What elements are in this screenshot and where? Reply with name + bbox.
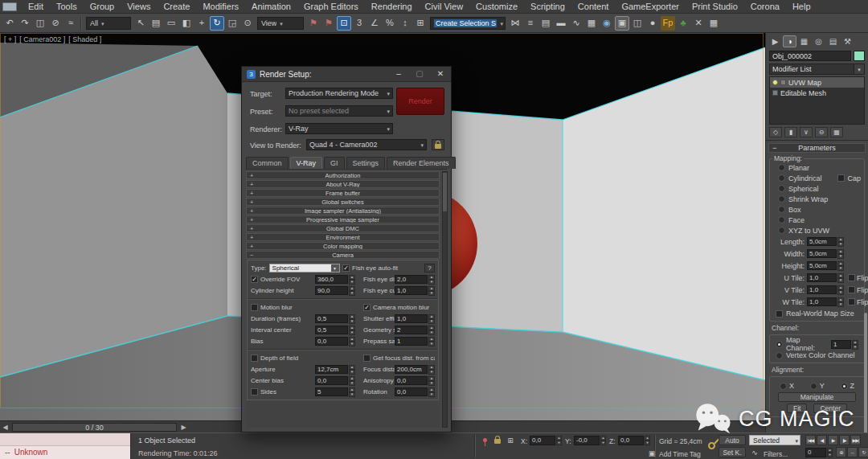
rollout-header[interactable]: Global DMC	[246, 224, 440, 232]
z-coord-field[interactable]: 0,0▲▼	[618, 436, 650, 445]
layer-manager-icon[interactable]: ▤	[538, 16, 553, 31]
u-flip-checkbox[interactable]: Flip	[848, 274, 868, 282]
y-coord-field[interactable]: -0,0▲▼	[574, 436, 606, 445]
sides-checkbox[interactable]	[251, 388, 258, 395]
time-slider-next-icon[interactable]: ▶	[178, 424, 189, 431]
listener-line-2[interactable]: --Unknown	[0, 446, 130, 459]
use-pivot-center-icon[interactable]: ⊙	[240, 16, 255, 31]
align-icon[interactable]: ≡	[523, 16, 538, 31]
width-field[interactable]: 5,0cm	[807, 249, 844, 258]
radio-icon[interactable]	[780, 383, 787, 390]
stack-item-editable-mesh[interactable]: Editable Mesh	[770, 88, 864, 98]
radio-shrink-wrap[interactable]: Shrink Wrap	[772, 194, 862, 204]
override-fov-field[interactable]: 360,0	[315, 275, 355, 284]
tab-create[interactable]: ▶	[768, 35, 782, 47]
unlink-selection-icon[interactable]: ⊘	[48, 16, 63, 31]
real-world-map-size-checkbox[interactable]: Real-World Map Size	[772, 308, 862, 319]
plugin-tools-icon[interactable]: ✕	[691, 16, 706, 31]
time-slider[interactable]: 0 / 30	[12, 423, 177, 432]
target-dropdown[interactable]: Production Rendering Mode	[285, 88, 393, 99]
menu-item[interactable]: Help	[786, 0, 817, 13]
rotation-field[interactable]: 0,0	[395, 387, 435, 396]
x-coord-field[interactable]: 0,0▲▼	[530, 436, 562, 445]
fish-eye-auto-fit-checkbox[interactable]	[342, 264, 350, 272]
height-field[interactable]: 5,0cm	[807, 261, 844, 270]
fish-eye-dist-field[interactable]: 2,0	[395, 275, 435, 284]
tab-common[interactable]: Common	[246, 157, 289, 169]
manipulate-button[interactable]: Manipulate	[778, 392, 856, 402]
menu-item[interactable]: Tools	[50, 0, 84, 13]
curve-editor-icon[interactable]: ∿	[569, 16, 583, 31]
depth-of-field-checkbox[interactable]	[251, 354, 258, 362]
radio-icon[interactable]	[778, 227, 785, 234]
shutter-efficiency-field[interactable]: 1,0	[395, 314, 435, 323]
radio-face[interactable]: Face	[772, 215, 862, 225]
tab-display[interactable]: ▤	[826, 35, 840, 47]
close-icon[interactable]	[430, 67, 451, 81]
stack-item-uvw-map[interactable]: UVW Map	[770, 77, 864, 88]
radio-icon[interactable]	[778, 174, 785, 182]
checkbox-icon[interactable]	[848, 286, 855, 293]
menu-item[interactable]: Corona	[744, 0, 786, 13]
view-to-render-dropdown[interactable]: Quad 4 - Camera002	[306, 139, 427, 150]
window-crossing-icon[interactable]: ◧	[179, 16, 194, 31]
radio-icon[interactable]	[778, 164, 785, 171]
redo-icon[interactable]: ↷	[18, 16, 32, 31]
vertex-color-channel-radio[interactable]: Vertex Color Channel	[772, 350, 862, 361]
menu-item[interactable]: Rendering	[365, 0, 419, 13]
undo-icon[interactable]: ↶	[2, 16, 17, 31]
menu-item[interactable]: Print Studio	[686, 0, 744, 13]
geometry-samples-field[interactable]: 2	[395, 326, 435, 334]
renderer-dropdown[interactable]: V-Ray	[285, 123, 393, 134]
tab-modify[interactable]: ◑	[783, 35, 796, 47]
time-slider-prev-icon[interactable]: ◀	[0, 424, 10, 431]
rendered-frame-icon[interactable]: ◫	[630, 16, 645, 31]
reference-coordinate-dropdown[interactable]: View	[257, 17, 304, 30]
rollout-header[interactable]: Global switches	[246, 198, 440, 206]
radio-icon[interactable]	[810, 383, 817, 390]
add-time-tag[interactable]: Add Time Tag	[659, 450, 701, 458]
rollout-header[interactable]: Progressive image sampler	[246, 215, 440, 223]
checkbox-icon[interactable]	[848, 298, 855, 305]
override-fov-checkbox[interactable]	[251, 276, 258, 283]
next-frame-button[interactable]: |▶	[839, 435, 850, 445]
viewport-menu-pov[interactable]: [ Camera002 ]	[19, 35, 65, 43]
align-y-radio[interactable]: Y	[810, 382, 825, 390]
bias-field[interactable]: 0,0	[315, 337, 355, 346]
listener-line-1[interactable]	[0, 433, 130, 446]
rollout-header[interactable]: Environment	[246, 233, 440, 241]
cylinder-height-field[interactable]: 90,0	[315, 286, 355, 295]
tab-render-elements[interactable]: Render Elements	[387, 157, 456, 169]
tab-hierarchy[interactable]: ▦	[797, 35, 811, 47]
duration-field[interactable]: 0,5	[315, 314, 355, 323]
configure-modifier-sets-icon[interactable]: ▦	[830, 127, 843, 137]
camera-type-dropdown[interactable]: Spherical▾	[269, 264, 340, 273]
orbit-icon[interactable]: ↻	[858, 447, 868, 457]
bookmark-flag-icon[interactable]: ⚑	[321, 16, 336, 31]
selection-filter-dropdown[interactable]: All	[86, 17, 131, 30]
rollout-header[interactable]: Image sampler (Antialiasing)	[246, 207, 440, 215]
interval-center-field[interactable]: 0,5	[315, 326, 355, 334]
ribbon-toggle-icon[interactable]: ▬	[554, 16, 568, 31]
w-tile-field[interactable]: 1,0	[807, 297, 844, 306]
select-and-move-icon[interactable]: +	[194, 16, 209, 31]
modifier-list-dropdown[interactable]: Modifier List ▾	[769, 64, 865, 75]
menu-item[interactable]: Content	[571, 0, 616, 13]
rollout-header[interactable]: Frame buffer	[246, 189, 440, 197]
bind-to-space-warp-icon[interactable]: ≈	[63, 16, 78, 31]
selection-set-dropdown[interactable]: Selected	[749, 435, 800, 445]
isolate-selection-icon[interactable]	[479, 435, 490, 445]
radio-icon[interactable]	[778, 195, 785, 203]
menu-item[interactable]: Modifiers	[196, 0, 245, 13]
viewport-menu-shading[interactable]: [ Shaded ]	[68, 35, 101, 43]
set-key-button[interactable]: Set K.	[719, 447, 746, 457]
tab-vray[interactable]: V-Ray	[290, 157, 323, 169]
tab-settings[interactable]: Settings	[346, 157, 386, 169]
radio-icon[interactable]	[776, 341, 783, 348]
v-tile-field[interactable]: 1,0	[807, 285, 844, 294]
menu-item[interactable]: GameExporter	[615, 0, 686, 13]
mirror-icon[interactable]: ⋈	[508, 16, 522, 31]
preset-dropdown[interactable]: No preset selected	[285, 105, 393, 117]
pin-stack-icon[interactable]: ◇	[769, 127, 782, 137]
panel-scrollbar[interactable]	[864, 313, 867, 432]
